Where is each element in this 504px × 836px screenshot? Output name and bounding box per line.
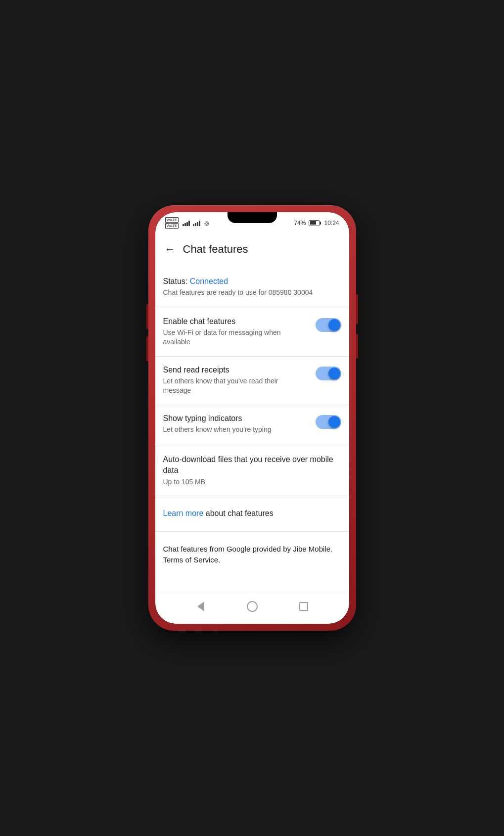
app-header: ← Chat features xyxy=(155,232,349,267)
enable-chat-title: Enable chat features xyxy=(163,317,308,326)
status-label: Status: Connected xyxy=(163,277,341,286)
learn-more-text: Learn more about chat features xyxy=(163,509,274,517)
status-section: Status: Connected Chat features are read… xyxy=(155,267,349,308)
learn-more-section[interactable]: Learn more about chat features xyxy=(155,496,349,531)
bar-5 xyxy=(193,224,194,226)
back-arrow-icon: ← xyxy=(165,243,176,256)
toggle-thumb-1 xyxy=(328,319,340,331)
status-left: VoLTE VoLTE ⌾ xyxy=(165,217,209,229)
battery-fill xyxy=(310,221,316,225)
status-right: 74% 10:24 xyxy=(294,220,339,227)
enable-chat-desc: Use Wi-Fi or data for messaging when ava… xyxy=(163,328,308,347)
send-read-receipts-title: Send read receipts xyxy=(163,366,308,374)
status-description: Chat features are ready to use for 08598… xyxy=(163,288,341,298)
show-typing-toggle[interactable] xyxy=(316,415,341,429)
phone-notch xyxy=(228,212,277,223)
send-read-receipts-desc: Let others know that you've read their m… xyxy=(163,376,308,396)
show-typing-indicators-row[interactable]: Show typing indicators Let others know w… xyxy=(155,405,349,444)
nav-back-button[interactable] xyxy=(191,599,211,614)
nav-bar xyxy=(155,592,349,624)
bar-6 xyxy=(195,223,196,226)
signal-bars-2 xyxy=(193,220,200,226)
footer-section: Chat features from Google provided by Ji… xyxy=(155,532,349,582)
auto-download-desc: Up to 105 MB xyxy=(163,478,341,486)
status-label-text: Status: xyxy=(163,277,188,285)
back-button[interactable]: ← xyxy=(159,238,181,260)
signal-bars-1 xyxy=(183,220,190,226)
nav-recent-icon xyxy=(299,602,308,611)
content-area: Status: Connected Chat features are read… xyxy=(155,267,349,592)
battery-percent: 74% xyxy=(294,220,306,227)
bar-2 xyxy=(184,223,186,226)
toggle-thumb-2 xyxy=(328,368,340,379)
auto-download-section[interactable]: Auto-download files that you receive ove… xyxy=(155,444,349,497)
nav-back-icon xyxy=(197,602,204,611)
send-read-receipts-toggle[interactable] xyxy=(316,367,341,380)
show-typing-title: Show typing indicators xyxy=(163,414,308,423)
bar-8 xyxy=(199,221,200,226)
show-typing-text: Show typing indicators Let others know w… xyxy=(163,414,308,435)
auto-download-title: Auto-download files that you receive ove… xyxy=(163,454,341,476)
volte-badge-1: VoLTE xyxy=(165,217,179,223)
enable-chat-toggle[interactable] xyxy=(316,318,341,332)
nav-home-icon xyxy=(247,601,258,612)
show-typing-desc: Let others know when you're typing xyxy=(163,425,308,435)
learn-more-link[interactable]: Learn more xyxy=(163,509,204,517)
bar-3 xyxy=(186,222,188,226)
page-title: Chat features xyxy=(183,243,248,256)
enable-chat-text: Enable chat features Use Wi-Fi or data f… xyxy=(163,317,308,347)
bar-7 xyxy=(197,222,198,226)
nav-recent-button[interactable] xyxy=(294,599,314,614)
enable-chat-features-row[interactable]: Enable chat features Use Wi-Fi or data f… xyxy=(155,308,349,357)
status-connected-text: Connected xyxy=(190,277,228,285)
toggle-thumb-3 xyxy=(328,416,340,428)
nav-home-button[interactable] xyxy=(242,599,262,614)
wifi-icon: ⌾ xyxy=(204,219,209,228)
clock: 10:24 xyxy=(324,220,339,227)
send-read-receipts-row[interactable]: Send read receipts Let others know that … xyxy=(155,357,349,405)
battery-body xyxy=(309,220,320,226)
bar-4 xyxy=(188,221,190,226)
bar-1 xyxy=(183,224,184,226)
volte-badge-2: VoLTE xyxy=(165,223,179,229)
battery-tip xyxy=(320,222,321,225)
footer-text: Chat features from Google provided by Ji… xyxy=(163,544,341,566)
send-read-receipts-text: Send read receipts Let others know that … xyxy=(163,366,308,396)
learn-more-rest: about chat features xyxy=(203,509,273,517)
battery-icon xyxy=(309,220,321,226)
